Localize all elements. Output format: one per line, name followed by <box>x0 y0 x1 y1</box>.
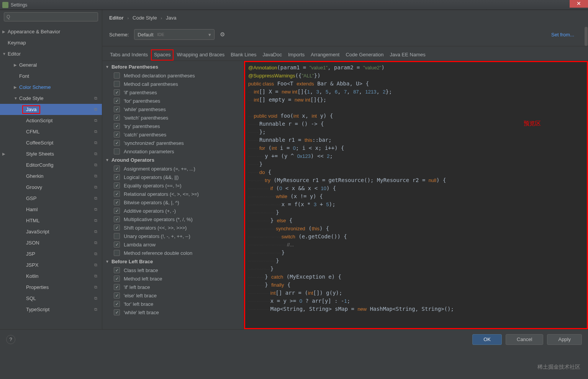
option-row[interactable]: Multiplicative operators (*, /, %) <box>102 215 244 223</box>
checkbox[interactable] <box>114 241 120 248</box>
checkbox[interactable] <box>114 301 120 307</box>
checkbox[interactable] <box>114 115 120 121</box>
tab[interactable]: Imports <box>285 49 308 61</box>
option-row[interactable]: Assignment operators (=, +=, ...) <box>102 164 244 173</box>
sidebar-item[interactable]: Keymap <box>0 37 102 48</box>
sidebar-item[interactable]: Haml⧉ <box>0 204 102 215</box>
option-row[interactable]: 'catch' parentheses <box>102 130 244 139</box>
tab[interactable]: JavaDoc <box>259 49 285 61</box>
sidebar-item[interactable]: Groovy⧉ <box>0 182 102 193</box>
option-row[interactable]: Additive operators (+, -) <box>102 207 244 215</box>
checkbox[interactable] <box>114 81 120 87</box>
scrollbar[interactable] <box>585 27 588 46</box>
search-input[interactable]: Q <box>4 12 98 21</box>
option-row[interactable]: Equality operators (==, !=) <box>102 181 244 190</box>
options-group-header[interactable]: ▼Around Operators <box>102 156 244 164</box>
cancel-button[interactable]: Cancel <box>506 334 543 345</box>
checkbox[interactable] <box>114 106 120 112</box>
checkbox[interactable] <box>114 148 120 154</box>
option-row[interactable]: Annotation parameters <box>102 147 244 156</box>
sidebar-item[interactable]: Java⧉ <box>0 104 102 115</box>
option-row[interactable]: 'if' left brace <box>102 283 244 291</box>
sidebar-item[interactable]: TypeScript⧉ <box>0 304 102 315</box>
option-row[interactable]: 'else' left brace <box>102 291 244 300</box>
option-row[interactable]: Method declaration parentheses <box>102 71 244 80</box>
sidebar-item[interactable]: JSON⧉ <box>0 237 102 248</box>
checkbox[interactable] <box>114 166 120 172</box>
checkbox[interactable] <box>114 191 120 197</box>
option-row[interactable]: Logical operators (&&, ||) <box>102 173 244 181</box>
gear-icon[interactable]: ⚙ <box>220 31 225 38</box>
tab[interactable]: Code Generation <box>342 49 387 61</box>
options-group-header[interactable]: ▼Before Left Brace <box>102 257 244 266</box>
checkbox[interactable] <box>114 276 120 282</box>
option-row[interactable]: 'for' left brace <box>102 300 244 308</box>
set-from-link[interactable]: Set from... <box>551 32 574 38</box>
sidebar-item[interactable]: ▼Editor <box>0 48 102 59</box>
checkbox[interactable] <box>114 89 120 95</box>
sidebar-item[interactable]: CoffeeScript⧉ <box>0 137 102 148</box>
checkbox[interactable] <box>114 123 120 129</box>
tab[interactable]: Spaces <box>151 49 174 61</box>
sidebar-item[interactable]: JSPX⧉ <box>0 259 102 271</box>
option-row[interactable]: Bitwise operators (&, |, ^) <box>102 198 244 207</box>
checkbox[interactable] <box>114 292 120 299</box>
checkbox[interactable] <box>114 250 120 256</box>
option-row[interactable]: Method left brace <box>102 274 244 283</box>
option-row[interactable]: Class left brace <box>102 266 244 274</box>
option-row[interactable]: 'synchronized' parentheses <box>102 139 244 147</box>
checkbox[interactable] <box>114 233 120 239</box>
option-row[interactable]: 'switch' parentheses <box>102 113 244 122</box>
checkbox[interactable] <box>114 182 120 189</box>
sidebar-item[interactable]: JavaScript⧉ <box>0 226 102 237</box>
sidebar-item[interactable]: ▶General <box>0 59 102 71</box>
sidebar-item[interactable]: Gherkin⧉ <box>0 171 102 182</box>
sidebar-item[interactable]: Properties⧉ <box>0 282 102 293</box>
option-row[interactable]: Shift operators (<<, >>, >>>) <box>102 223 244 232</box>
checkbox[interactable] <box>114 284 120 290</box>
sidebar-item[interactable]: JSP⧉ <box>0 248 102 259</box>
option-row[interactable]: 'while' parentheses <box>102 105 244 113</box>
option-row[interactable]: 'try' parentheses <box>102 122 244 130</box>
checkbox[interactable] <box>114 216 120 222</box>
checkbox[interactable] <box>114 72 120 79</box>
option-row[interactable]: Relational operators (<, >, <=, >=) <box>102 190 244 198</box>
scheme-select[interactable]: Default IDE ▾ <box>134 29 215 40</box>
tab[interactable]: Wrapping and Braces <box>174 49 228 61</box>
option-row[interactable]: 'if' parentheses <box>102 88 244 97</box>
option-row[interactable]: Method call parentheses <box>102 80 244 88</box>
help-button[interactable]: ? <box>6 335 15 344</box>
option-row[interactable]: 'for' parentheses <box>102 97 244 105</box>
checkbox[interactable] <box>114 208 120 214</box>
sidebar-item[interactable]: ▶Appearance & Behavior <box>0 26 102 37</box>
close-button[interactable]: ✕ <box>570 0 588 8</box>
sidebar-item[interactable]: ▶Style Sheets⧉ <box>0 148 102 159</box>
option-row[interactable]: Method reference double colon <box>102 249 244 257</box>
apply-button[interactable]: Apply <box>547 334 582 345</box>
option-row[interactable]: 'while' left brace <box>102 308 244 317</box>
checkbox[interactable] <box>114 267 120 273</box>
options-group-header[interactable]: ▼Before Parentheses <box>102 62 244 71</box>
ok-button[interactable]: OK <box>472 334 502 345</box>
sidebar-item[interactable]: EditorConfig⧉ <box>0 159 102 171</box>
checkbox[interactable] <box>114 98 120 104</box>
tab[interactable]: Blank Lines <box>228 49 259 61</box>
tab[interactable]: Tabs and Indents <box>107 49 151 61</box>
sidebar-item[interactable]: Kotlin⧉ <box>0 271 102 282</box>
tab[interactable]: Java EE Names <box>387 49 429 61</box>
checkbox[interactable] <box>114 225 120 231</box>
option-row[interactable]: Unary operators (!, -, +, ++, --) <box>102 232 244 240</box>
checkbox[interactable] <box>114 174 120 180</box>
sidebar-item[interactable]: ActionScript⧉ <box>0 115 102 126</box>
sidebar-item[interactable]: GSP⧉ <box>0 193 102 204</box>
sidebar-item[interactable]: ▼Code Style⧉ <box>0 93 102 104</box>
checkbox[interactable] <box>114 199 120 205</box>
sidebar-item[interactable]: SQL⧉ <box>0 293 102 304</box>
checkbox[interactable] <box>114 131 120 138</box>
sidebar-item[interactable]: CFML⧉ <box>0 126 102 137</box>
tab[interactable]: Arrangement <box>308 49 342 61</box>
option-row[interactable]: Lambda arrow <box>102 240 244 249</box>
checkbox[interactable] <box>114 140 120 146</box>
sidebar-item[interactable]: HTML⧉ <box>0 215 102 226</box>
sidebar-item[interactable]: Font <box>0 71 102 82</box>
